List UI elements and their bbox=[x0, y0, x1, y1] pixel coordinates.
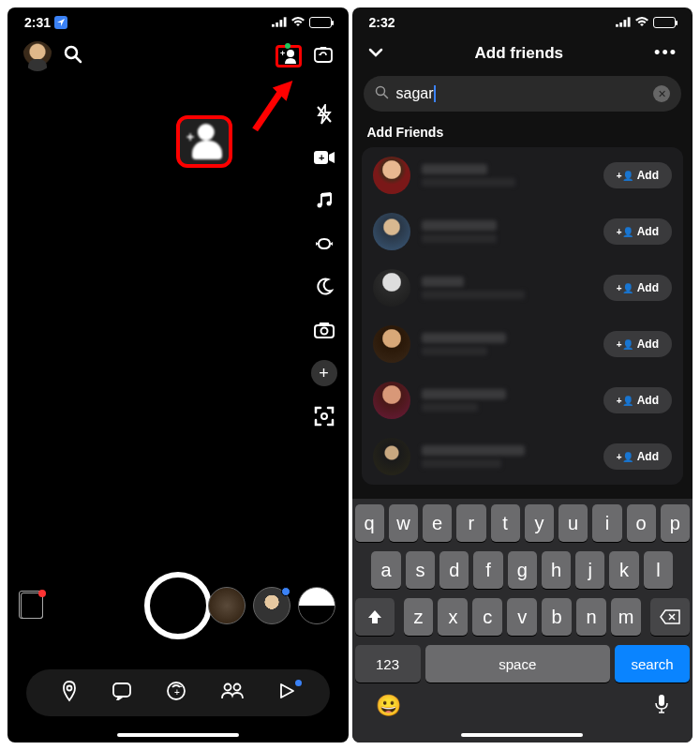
key-a[interactable]: a bbox=[371, 551, 400, 589]
camera-roll-icon[interactable] bbox=[311, 317, 337, 343]
friend-avatar[interactable] bbox=[373, 213, 410, 250]
flip-camera-icon[interactable] bbox=[313, 45, 334, 68]
key-i[interactable]: i bbox=[592, 504, 621, 542]
add-button[interactable]: +👤Add bbox=[603, 218, 672, 245]
key-b[interactable]: b bbox=[542, 598, 572, 636]
friend-avatar[interactable] bbox=[373, 269, 410, 307]
scan-icon[interactable] bbox=[311, 403, 337, 429]
key-g[interactable]: g bbox=[508, 551, 537, 589]
add-button[interactable]: +👤Add bbox=[603, 275, 672, 301]
status-time: 2:31 bbox=[24, 15, 51, 30]
key-m[interactable]: m bbox=[611, 598, 641, 636]
svg-point-23 bbox=[233, 683, 240, 690]
friend-avatar[interactable] bbox=[373, 157, 410, 194]
svg-text:+: + bbox=[319, 152, 324, 163]
nav-map-icon[interactable] bbox=[60, 680, 79, 707]
key-x[interactable]: x bbox=[438, 598, 468, 636]
key-c[interactable]: c bbox=[472, 598, 502, 636]
key-h[interactable]: h bbox=[542, 551, 571, 589]
search-icon[interactable] bbox=[64, 45, 82, 68]
bottom-nav: + bbox=[26, 669, 330, 716]
search-key[interactable]: search bbox=[615, 645, 690, 682]
key-d[interactable]: d bbox=[439, 551, 469, 589]
key-f[interactable]: f bbox=[473, 551, 502, 589]
key-l[interactable]: l bbox=[644, 551, 673, 589]
space-key[interactable]: space bbox=[425, 645, 611, 682]
home-indicator[interactable] bbox=[461, 733, 583, 737]
friend-list[interactable]: +👤Add +👤Add +👤Add +👤Add +👤Add +👤Add bbox=[362, 147, 684, 485]
search-bar[interactable]: sagar ✕ bbox=[364, 76, 682, 112]
more-icon[interactable]: ••• bbox=[654, 43, 678, 63]
add-button[interactable]: +👤Add bbox=[603, 387, 672, 413]
music-icon[interactable] bbox=[311, 188, 337, 214]
screen-title: Add friends bbox=[475, 44, 563, 63]
key-j[interactable]: j bbox=[575, 551, 604, 589]
lens-option[interactable] bbox=[253, 587, 290, 624]
keyboard[interactable]: qwertyuiop asdfghjkl zxcvbnm 123 space s… bbox=[352, 499, 693, 742]
key-n[interactable]: n bbox=[576, 598, 606, 636]
key-k[interactable]: k bbox=[609, 551, 638, 589]
location-icon bbox=[54, 16, 67, 29]
add-button[interactable]: +👤Add bbox=[603, 331, 672, 357]
dictation-key[interactable] bbox=[654, 694, 669, 720]
video-icon[interactable]: + bbox=[311, 144, 337, 171]
night-mode-icon[interactable] bbox=[311, 274, 337, 300]
key-q[interactable]: q bbox=[355, 504, 384, 542]
lens-option[interactable] bbox=[208, 587, 246, 624]
flash-icon[interactable] bbox=[311, 101, 337, 128]
loop-icon[interactable] bbox=[311, 231, 337, 257]
lens-carousel[interactable] bbox=[208, 587, 335, 624]
svg-point-28 bbox=[376, 87, 384, 96]
svg-rect-2 bbox=[279, 20, 282, 27]
key-o[interactable]: o bbox=[627, 504, 656, 542]
friend-avatar[interactable] bbox=[373, 438, 410, 475]
svg-rect-8 bbox=[315, 49, 332, 62]
add-button[interactable]: +👤Add bbox=[603, 162, 672, 188]
key-y[interactable]: y bbox=[525, 504, 554, 542]
svg-point-14 bbox=[326, 202, 331, 206]
section-title: Add Friends bbox=[352, 112, 693, 147]
svg-point-18 bbox=[67, 685, 71, 690]
add-button[interactable]: +👤Add bbox=[603, 443, 672, 470]
memories-button[interactable] bbox=[21, 592, 43, 619]
profile-avatar[interactable] bbox=[22, 41, 52, 71]
nav-camera-icon[interactable]: + bbox=[165, 680, 187, 707]
friend-row[interactable]: +👤Add bbox=[362, 428, 684, 485]
back-chevron-icon[interactable] bbox=[367, 43, 384, 63]
home-indicator[interactable] bbox=[117, 733, 239, 737]
nav-chat-icon[interactable] bbox=[112, 682, 132, 705]
key-p[interactable]: p bbox=[661, 504, 690, 542]
camera-header: + bbox=[7, 34, 349, 79]
friend-row[interactable]: +👤Add bbox=[362, 147, 684, 203]
shift-key[interactable] bbox=[355, 598, 395, 636]
svg-rect-19 bbox=[113, 683, 130, 697]
key-z[interactable]: z bbox=[404, 598, 434, 636]
clear-search-icon[interactable]: ✕ bbox=[653, 85, 670, 102]
svg-rect-1 bbox=[276, 22, 278, 27]
svg-rect-24 bbox=[616, 24, 618, 27]
friend-avatar[interactable] bbox=[373, 325, 410, 363]
search-input[interactable]: sagar bbox=[396, 85, 436, 103]
emoji-key[interactable]: 😀 bbox=[376, 694, 401, 720]
backspace-key[interactable] bbox=[650, 598, 690, 636]
camera-screen: 2:31 + bbox=[7, 8, 349, 742]
key-v[interactable]: v bbox=[507, 598, 537, 636]
nav-play-icon[interactable] bbox=[277, 682, 296, 705]
key-w[interactable]: w bbox=[389, 504, 418, 542]
add-tool-icon[interactable]: + bbox=[311, 360, 337, 386]
friend-avatar[interactable] bbox=[373, 382, 410, 419]
key-s[interactable]: s bbox=[406, 551, 435, 589]
lens-option[interactable] bbox=[298, 587, 335, 624]
key-r[interactable]: r bbox=[456, 504, 485, 542]
key-t[interactable]: t bbox=[491, 504, 520, 542]
key-u[interactable]: u bbox=[559, 504, 588, 542]
friend-row[interactable]: +👤Add bbox=[362, 372, 684, 428]
add-friends-screen: 2:32 Add friends ••• sagar ✕ Add Friends… bbox=[352, 8, 693, 742]
friend-row[interactable]: +👤Add bbox=[362, 260, 684, 316]
numbers-key[interactable]: 123 bbox=[355, 645, 421, 682]
key-e[interactable]: e bbox=[423, 504, 452, 542]
friend-row[interactable]: +👤Add bbox=[362, 203, 684, 260]
friend-row[interactable]: +👤Add bbox=[362, 316, 684, 372]
shutter-button[interactable] bbox=[144, 572, 212, 639]
nav-friends-icon[interactable] bbox=[220, 682, 245, 704]
